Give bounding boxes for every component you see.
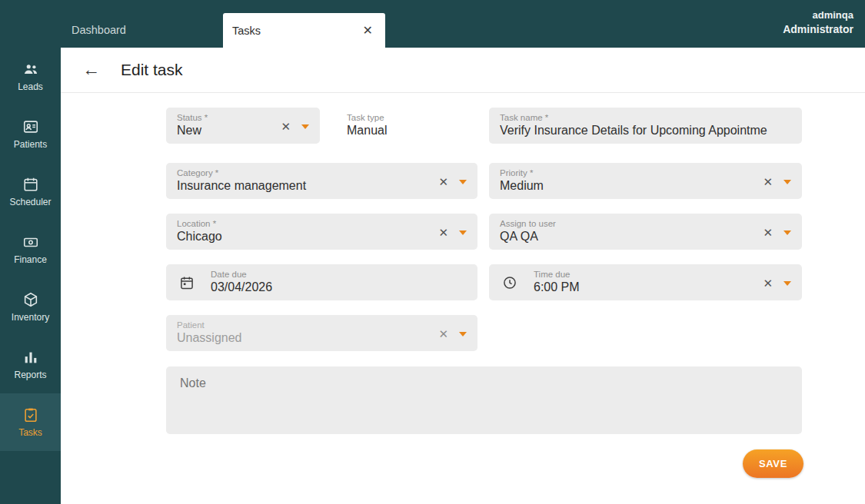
task-name-label: Task name * xyxy=(500,113,548,122)
sidebar-item-tasks[interactable]: Tasks xyxy=(0,393,61,451)
sidebar-item-label: Reports xyxy=(14,370,46,380)
task-type-label: Task type xyxy=(347,113,384,122)
sidebar-item-reports[interactable]: Reports xyxy=(0,336,61,393)
clear-icon[interactable]: ✕ xyxy=(438,175,448,187)
patients-icon xyxy=(22,118,39,135)
note-field[interactable]: Note xyxy=(166,366,802,434)
sidebar-item-leads[interactable]: Leads xyxy=(0,48,61,105)
clock-icon[interactable] xyxy=(502,275,517,290)
sidebar-item-label: Patients xyxy=(14,139,47,150)
clear-icon[interactable]: ✕ xyxy=(438,327,448,339)
status-label: Status * xyxy=(177,113,208,122)
task-type-value: Manual xyxy=(347,124,468,138)
finance-icon xyxy=(22,234,39,250)
assign-to-user-value: QA QA xyxy=(500,230,757,244)
page-header: ← Edit task xyxy=(61,48,865,93)
priority-field[interactable]: Priority * Medium ✕ xyxy=(489,163,802,199)
clear-icon[interactable]: ✕ xyxy=(763,277,773,288)
clear-icon[interactable]: ✕ xyxy=(438,226,448,237)
patient-value: Unassigned xyxy=(177,331,433,345)
user-role: Administrator xyxy=(783,22,853,38)
tab-tasks[interactable]: Tasks ✕ xyxy=(223,13,385,48)
patient-label: Patient xyxy=(177,320,205,330)
calendar-icon[interactable] xyxy=(179,275,195,290)
page-title: Edit task xyxy=(121,61,183,79)
sidebar: Leads Patients Scheduler Finance Invento… xyxy=(0,48,61,504)
topbar: Dashboard Tasks ✕ adminqa Administrator xyxy=(0,0,865,48)
location-field[interactable]: Location * Chicago ✕ xyxy=(166,214,477,250)
save-button[interactable]: SAVE xyxy=(743,449,803,478)
dropdown-arrow-icon[interactable] xyxy=(301,124,309,129)
calendar-icon xyxy=(22,176,39,193)
sidebar-item-scheduler[interactable]: Scheduler xyxy=(0,163,61,220)
priority-value: Medium xyxy=(500,179,757,193)
leads-icon xyxy=(22,61,39,78)
time-due-value: 6:00 PM xyxy=(534,280,757,294)
sidebar-item-label: Tasks xyxy=(18,427,42,438)
sidebar-item-finance[interactable]: Finance xyxy=(0,220,61,278)
date-due-value: 03/04/2026 xyxy=(211,280,433,294)
category-value: Insurance management xyxy=(177,179,433,193)
back-button[interactable]: ← xyxy=(82,59,100,80)
location-label: Location * xyxy=(177,219,216,228)
task-name-field[interactable]: Task name * Verify Insurance Details for… xyxy=(489,108,802,144)
nav-dashboard[interactable]: Dashboard xyxy=(72,24,126,36)
tab-tasks-label: Tasks xyxy=(232,25,261,37)
dropdown-arrow-icon[interactable] xyxy=(459,230,467,235)
sidebar-item-label: Leads xyxy=(18,81,43,92)
dropdown-arrow-icon[interactable] xyxy=(783,230,791,235)
clear-icon[interactable]: ✕ xyxy=(763,175,773,187)
sidebar-item-label: Inventory xyxy=(12,312,49,323)
note-placeholder: Note xyxy=(180,376,206,390)
sidebar-item-inventory[interactable]: Inventory xyxy=(0,278,61,336)
patient-field[interactable]: Patient Unassigned ✕ xyxy=(166,315,477,351)
clear-icon[interactable]: ✕ xyxy=(281,120,291,131)
dropdown-arrow-icon[interactable] xyxy=(783,281,791,286)
status-field[interactable]: Status * New ✕ xyxy=(166,108,320,144)
task-type-field: Task type Manual xyxy=(336,108,474,144)
assign-to-user-label: Assign to user xyxy=(500,219,556,228)
dropdown-arrow-icon[interactable] xyxy=(459,180,467,184)
location-value: Chicago xyxy=(177,230,433,244)
category-field[interactable]: Category * Insurance management ✕ xyxy=(166,163,477,199)
inventory-icon xyxy=(22,291,39,308)
assign-to-user-field[interactable]: Assign to user QA QA ✕ xyxy=(489,214,802,250)
clear-icon[interactable]: ✕ xyxy=(763,226,773,237)
time-due-field[interactable]: Time due 6:00 PM ✕ xyxy=(489,264,802,300)
time-due-label: Time due xyxy=(534,270,571,279)
category-label: Category * xyxy=(177,168,218,177)
user-info: adminqa Administrator xyxy=(783,8,853,38)
task-name-value: Verify Insurance Details for Upcoming Ap… xyxy=(500,124,794,138)
user-name: adminqa xyxy=(783,8,853,22)
reports-icon xyxy=(22,349,39,366)
sidebar-item-label: Finance xyxy=(14,254,47,265)
tasks-icon xyxy=(22,406,39,423)
dropdown-arrow-icon[interactable] xyxy=(783,180,791,184)
edit-task-panel: ← Edit task Status * New ✕ Task type Man… xyxy=(61,48,865,504)
sidebar-item-patients[interactable]: Patients xyxy=(0,105,61,163)
priority-label: Priority * xyxy=(500,168,533,177)
date-due-label: Date due xyxy=(211,270,247,279)
status-value: New xyxy=(177,124,275,138)
sidebar-item-label: Scheduler xyxy=(9,197,51,207)
dropdown-arrow-icon[interactable] xyxy=(459,332,467,337)
date-due-field[interactable]: Date due 03/04/2026 xyxy=(166,264,477,300)
close-icon[interactable]: ✕ xyxy=(363,23,373,38)
